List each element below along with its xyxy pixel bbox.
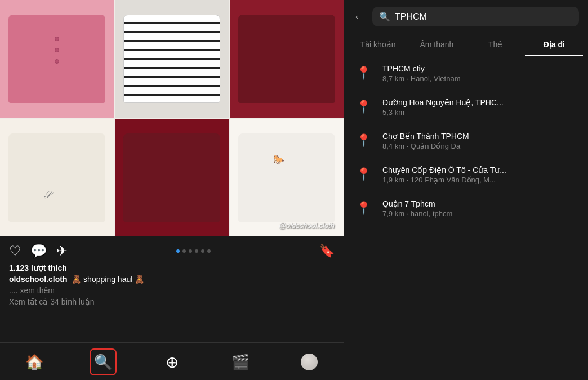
profile-avatar (301, 354, 318, 370)
caption-username[interactable]: oldschool.cloth (9, 275, 67, 284)
list-item[interactable]: 📍 Quận 7 Tphcm 7,9 km · hanoi, tphcm (344, 191, 588, 225)
result-sub-1: 8,7 km · Hanoi, Vietnam (382, 74, 579, 83)
image-dots-indicator (176, 249, 211, 253)
dot-1 (176, 249, 180, 253)
dot-3 (189, 249, 192, 253)
location-icon-1: 📍 (353, 63, 373, 83)
search-input[interactable] (395, 12, 572, 22)
result-info-1: TPHCM ctiy 8,7 km · Hanoi, Vietnam (382, 64, 579, 83)
search-icon: 🔍 (379, 11, 390, 22)
search-header: ← 🔍 (344, 0, 588, 33)
post-actions-bar: ♡ 💬 ✈ 🔖 (0, 236, 344, 263)
location-icon-4: 📍 (353, 164, 373, 185)
result-name-3: Chợ Bến Thành TPHCM (382, 132, 579, 141)
watermark-text: @oldschool.cloth (279, 221, 335, 230)
tab-am-thanh[interactable]: Âm thanh (407, 33, 466, 56)
bottom-navigation: 🏠 🔍 ⊕ 🎬 (0, 342, 344, 380)
result-name-2: Đường Hoa Nguyễn Huệ, TPHC... (382, 98, 579, 107)
clothing-item-maroon (115, 119, 229, 236)
result-info-3: Chợ Bến Thành TPHCM 8,4 km · Quận Đống Đ… (382, 132, 579, 150)
likes-count: 1.123 lượt thích (9, 263, 335, 272)
location-icon-3: 📍 (353, 131, 373, 151)
location-icon-5: 📍 (353, 198, 373, 218)
post-caption: oldschool.cloth 🧸 shopping haul 🧸 (9, 275, 335, 284)
list-item[interactable]: 📍 Chợ Bến Thành TPHCM 8,4 km · Quận Đống… (344, 124, 588, 158)
result-info-2: Đường Hoa Nguyễn Huệ, TPHC... 5,3 km (382, 98, 579, 117)
nav-home-button[interactable]: 🏠 (21, 348, 48, 375)
bookmark-icon[interactable]: 🔖 (319, 244, 335, 258)
search-results-list: 📍 TPHCM ctiy 8,7 km · Hanoi, Vietnam 📍 Đ… (344, 56, 588, 380)
reels-icon: 🎬 (231, 354, 250, 371)
dot-6 (207, 249, 211, 253)
search-nav-icon: 🔍 (94, 354, 112, 371)
clothing-item-striped (115, 0, 229, 118)
result-sub-2: 5,3 km (382, 108, 579, 117)
clothing-item-pink (0, 0, 114, 118)
list-item[interactable]: 📍 Chuyên Cốp Điện Ô Tô - Cửa Tư... 1,9 k… (344, 158, 588, 191)
nav-profile-button[interactable] (296, 348, 323, 375)
list-item[interactable]: 📍 TPHCM ctiy 8,7 km · Hanoi, Vietnam (344, 56, 588, 90)
post-image-grid: 𝒮 🐎 @oldschool.cloth (0, 0, 344, 236)
post-info-section: 1.123 lượt thích oldschool.cloth 🧸 shopp… (0, 263, 344, 311)
result-name-1: TPHCM ctiy (382, 64, 579, 73)
share-icon[interactable]: ✈ (56, 243, 68, 259)
location-icon-2: 📍 (353, 97, 373, 117)
result-sub-4: 1,9 km · 120 Phạm Văn Đồng, M... (382, 176, 579, 184)
search-panel: ← 🔍 Tài khoản Âm thanh Thẻ Địa đi 📍 TPHC… (344, 0, 588, 380)
search-tabs: Tài khoản Âm thanh Thẻ Địa đi (344, 33, 588, 56)
result-info-4: Chuyên Cốp Điện Ô Tô - Cửa Tư... 1,9 km … (382, 166, 579, 184)
comment-icon[interactable]: 💬 (30, 243, 47, 259)
view-comments-link[interactable]: Xem tất cả 34 bình luận (9, 297, 335, 306)
dot-2 (182, 249, 186, 253)
result-name-5: Quận 7 Tphcm (382, 199, 579, 208)
back-button[interactable]: ← (353, 10, 366, 24)
result-sub-3: 8,4 km · Quận Đống Đa (382, 142, 579, 150)
tab-tai-khoan[interactable]: Tài khoản (349, 33, 407, 56)
caption-text: 🧸 shopping haul 🧸 (72, 275, 144, 284)
nav-search-button[interactable]: 🔍 (90, 348, 117, 375)
tab-the[interactable]: Thẻ (466, 33, 525, 56)
dot-5 (201, 249, 204, 253)
add-icon: ⊕ (166, 353, 179, 372)
result-sub-5: 7,9 km · hanoi, tphcm (382, 209, 579, 218)
result-info-5: Quận 7 Tphcm 7,9 km · hanoi, tphcm (382, 199, 579, 218)
clothing-item-dark-red-top (230, 0, 344, 118)
clothing-item-cream: 𝒮 (0, 119, 114, 236)
see-more-link[interactable]: .... xem thêm (9, 286, 335, 295)
result-name-4: Chuyên Cốp Điện Ô Tô - Cửa Tư... (382, 166, 579, 175)
actions-left-group: ♡ 💬 ✈ (9, 243, 68, 259)
instagram-post-panel: 𝒮 🐎 @oldschool.cloth ♡ 💬 ✈ 🔖 1.123 lượ (0, 0, 344, 380)
nav-add-button[interactable]: ⊕ (158, 348, 185, 375)
tab-dia-di[interactable]: Địa đi (525, 33, 583, 56)
like-icon[interactable]: ♡ (9, 243, 21, 259)
list-item[interactable]: 📍 Đường Hoa Nguyễn Huệ, TPHC... 5,3 km (344, 90, 588, 124)
clothing-item-white: 🐎 (230, 119, 344, 236)
home-icon: 🏠 (25, 354, 43, 371)
dot-4 (195, 249, 198, 253)
search-box[interactable]: 🔍 (372, 7, 579, 26)
nav-reels-button[interactable]: 🎬 (227, 348, 254, 375)
